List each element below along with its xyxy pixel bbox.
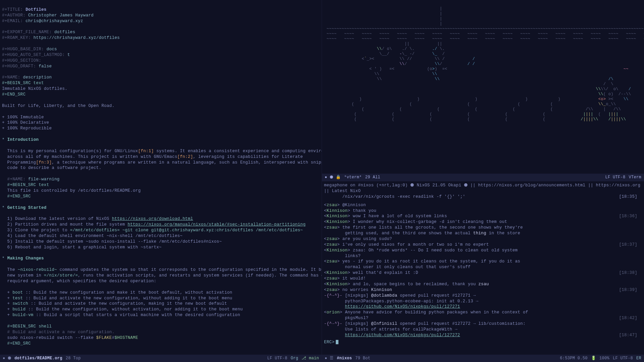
major-mode[interactable]: ER <box>636 356 641 361</box>
irc-line: <zsau> yes - if you do it as root it cle… <box>324 259 642 264</box>
mk-end: #+END_SRC <box>7 341 31 346</box>
fw-end: #+END_SRC <box>7 194 31 199</box>
buffer-name[interactable]: dotfiles/README.org <box>14 356 62 361</box>
major-mode[interactable]: VTerm <box>629 175 641 180</box>
irc-line: -{^-^}- [nixpkgs] @Infinisil opened pull… <box>324 321 642 327</box>
buffer-name[interactable]: *vterm* <box>344 175 362 180</box>
intro-l1: This is my personal configuration(s) for… <box>7 149 322 154</box>
hugo-lastmod-val: t <box>67 53 70 57</box>
op-1: + test :: Build and activate the new con… <box>7 296 232 301</box>
fw-name: file-warning <box>28 177 60 182</box>
buffer-name[interactable]: #nixos <box>337 356 352 361</box>
gs-1: 1) Download the latest version of NixOS … <box>7 217 193 221</box>
desc-name-kw: #+NAME: <box>2 75 20 80</box>
hugo-base-val: docs <box>47 47 57 52</box>
bullet-0: + 100% Immutable <box>2 115 44 120</box>
vterm-modeline: ● ⬣ 🔒 *vterm* 29 All LF UTF-8 VTerm <box>322 174 644 181</box>
desc-begin: #+BEGIN_SRC text <box>2 81 44 85</box>
irc-pane[interactable]: megaphone on #nixos (+nrt,lag:0) ⬣ NixOS… <box>322 181 644 362</box>
desc-name: description <box>23 75 52 80</box>
editor-content[interactable]: #+TITLE: Dotfiles #+AUTHOR: Christopher … <box>0 0 322 353</box>
position: 29 All <box>365 175 380 180</box>
irc-line: <zsau> @Kinnison <box>324 202 642 208</box>
mk-comment: # Build and activate a new configuration… <box>7 330 115 335</box>
op-0: + boot :: Build the new configuration an… <box>7 290 232 295</box>
title-val: Dotfiles <box>25 7 46 12</box>
irc-buffer[interactable]: <zsau> @Kinnison<Kinnison> thank you<Kin… <box>322 201 644 340</box>
star-icon: * <box>2 137 5 142</box>
irc-line: <orion> Anyone have advice for building … <box>324 310 642 315</box>
gs-3: 3) Clone the project to =/mnt/etc/dotfil… <box>7 228 303 233</box>
vterm-pane[interactable]: | | | | ~~~~~~~~~~~~~~~~~~~~~~~~~~~~~~~~… <box>322 0 644 181</box>
mk-cmd: sudo nixos-rebuild switch --flake $FLAKE… <box>7 336 138 340</box>
hugo-draft-val: false <box>39 64 52 69</box>
irc-line: getting used, and the third one shows th… <box>324 231 642 236</box>
mk-begin: #+BEGIN_SRC shell <box>7 324 52 329</box>
irc-line: <Kinnison> thank you <box>324 208 642 214</box>
hugo-section-kw: #+HUGO_SECTION: <box>2 58 41 63</box>
irc-line: links? <box>324 253 642 259</box>
desc-line: Immutable NixOS dotfiles. <box>2 86 67 91</box>
position: 28 Top <box>66 356 81 361</box>
mk-p2: new system in =/nix/store/=, runs the ac… <box>7 273 322 278</box>
intro-l4: code to describe a software project. <box>7 166 102 170</box>
battery: 100% <box>599 356 609 361</box>
battery-icon: 🔋 <box>591 356 596 361</box>
cursor-icon <box>336 340 338 344</box>
intro-l2: across all of my machines. This project … <box>7 155 303 159</box>
star-icon: * <box>2 256 5 261</box>
editor-pane[interactable]: #+TITLE: Dotfiles #+AUTHOR: Christopher … <box>0 0 322 362</box>
op-4: + build-vm :: Build a script that starts… <box>7 313 240 317</box>
hl-getting: Getting Started <box>7 205 47 210</box>
clock: 6:53PM 0.50 <box>560 356 588 361</box>
title-kw: #+TITLE: <box>2 7 23 12</box>
irc-modeline: ● ☰ #nixos 79 Bot 6:53PM 0.50 🔋 100% LF … <box>322 355 644 362</box>
intro-l3: Programming[fn:3], a technique where pro… <box>7 160 322 165</box>
bullet-2: + 100% Reproducible <box>2 126 52 131</box>
mk-p1: The ~nixos-rebuild~ command updates the … <box>7 267 322 272</box>
star-icon: * <box>2 205 5 210</box>
gs-5: 5) Install the default system ~sudo nixo… <box>7 239 222 244</box>
hugo-base-kw: #+HUGO_BASE_DIR: <box>2 47 44 52</box>
erc-prompt[interactable]: ERC> <box>322 340 644 345</box>
fw-line: This file is controlled by /etc/dotfiles… <box>7 188 141 193</box>
modified-icon: ● ☰ <box>325 356 333 361</box>
git-branch[interactable]: ⎇ main <box>302 356 319 361</box>
author-val: Christopher James Hayward <box>28 13 94 18</box>
roam-val: https://chrishayward.xyz/dotfiles <box>34 36 120 40</box>
export-val: dotfiles <box>54 30 75 35</box>
bullet-1: + 100% Declarative <box>2 120 49 125</box>
hl-intro: Introduction <box>7 137 39 142</box>
op-3: + build :: Build the new configuration, … <box>7 307 243 312</box>
encoding: LF UTF-8 <box>613 356 633 361</box>
irc-line: <zsau> it would! <box>324 276 642 282</box>
email-val: chris@chrishayward.xyz <box>25 19 83 23</box>
hugo-draft-kw: #+HUGO_DRAFT: <box>2 64 36 69</box>
major-mode[interactable]: Org <box>291 356 299 361</box>
irc-line: <zsau> i've only used nixos for a month … <box>324 242 642 248</box>
fw-name-kw: #+NAME: <box>7 177 26 182</box>
irc-line: <zsau> are you using sudo? <box>324 236 642 242</box>
irc-line: pkgsMusl?[18:42] <box>324 315 642 321</box>
irc-line: <Kinnison> zsau: Oh *rude words* -- Do I… <box>324 248 642 253</box>
modified-icon: ● ⬣ <box>3 356 11 361</box>
irc-line: <zsau> the first one lists all the gcroo… <box>324 225 642 231</box>
mk-p3: required argument, which specifies the d… <box>7 279 157 284</box>
op-2: + switch :: Build and activate the new c… <box>7 301 227 306</box>
irc-line: python3Packages.python-ecobee-api: init … <box>324 299 642 304</box>
irc-line: <Kinnison> well that'd explain it :D[18:… <box>324 270 642 276</box>
modified-icon: ● ⬣ 🔒 <box>325 175 341 180</box>
irc-line: -{^-^}- [nixpkgs] @dotlambda opened pull… <box>324 293 642 299</box>
irc-line: <zsau> no worries Kinnison[18:39] <box>324 287 642 293</box>
gs-2: 2) Partition drives and mount the file s… <box>7 222 306 227</box>
irc-line: <Kinnison> I wonder why nix-collect-garb… <box>324 219 642 225</box>
irc-line: normal user it only cleans out that user… <box>324 264 642 270</box>
vterm-ascii: | | | | ~~~~~~~~~~~~~~~~~~~~~~~~~~~~~~~~… <box>322 0 644 128</box>
hl-making: Making Changes <box>7 256 44 261</box>
encoding: LF UTF-8 <box>605 175 625 180</box>
email-kw: #+EMAIL: <box>2 19 23 23</box>
irc-topic: megaphone on #nixos (+nrt,lag:0) ⬣ NixOS… <box>322 181 644 201</box>
irc-line: https://github.com/NixOS/nixpkgs/pull/12… <box>324 304 642 310</box>
roam-kw: #+ROAM_KEY: <box>2 36 31 40</box>
irc-line: <Kinnison> wow I have a lot of old syste… <box>324 214 642 219</box>
